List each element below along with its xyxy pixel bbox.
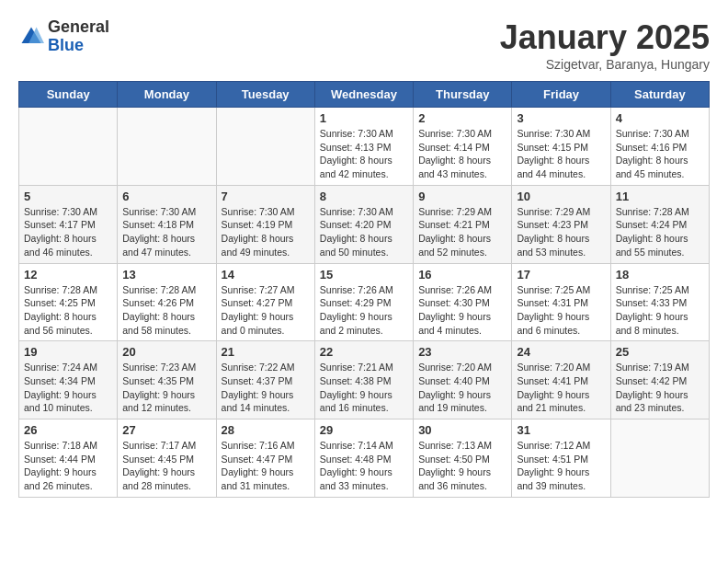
day-info: Sunrise: 7:30 AM Sunset: 4:14 PM Dayligh…	[418, 127, 506, 181]
logo: General Blue	[18, 18, 109, 55]
day-number: 27	[122, 423, 210, 437]
day-info: Sunrise: 7:30 AM Sunset: 4:13 PM Dayligh…	[320, 127, 408, 181]
calendar-cell: 21Sunrise: 7:22 AM Sunset: 4:37 PM Dayli…	[216, 341, 314, 419]
calendar-cell: 13Sunrise: 7:28 AM Sunset: 4:26 PM Dayli…	[118, 263, 216, 341]
day-number: 17	[517, 268, 605, 282]
calendar-cell: 2Sunrise: 7:30 AM Sunset: 4:14 PM Daylig…	[414, 108, 512, 186]
calendar-cell: 28Sunrise: 7:16 AM Sunset: 4:47 PM Dayli…	[216, 419, 314, 498]
calendar-cell: 25Sunrise: 7:19 AM Sunset: 4:42 PM Dayli…	[610, 341, 709, 419]
calendar-body: 1Sunrise: 7:30 AM Sunset: 4:13 PM Daylig…	[19, 108, 710, 498]
day-info: Sunrise: 7:25 AM Sunset: 4:33 PM Dayligh…	[616, 283, 704, 338]
day-info: Sunrise: 7:28 AM Sunset: 4:25 PM Dayligh…	[24, 283, 112, 338]
calendar-cell	[118, 108, 216, 186]
page-header: General Blue January 2025 Szigetvar, Bar…	[18, 18, 710, 72]
weekday-row: SundayMondayTuesdayWednesdayThursdayFrid…	[19, 82, 710, 108]
day-number: 6	[122, 190, 210, 203]
calendar-week: 1Sunrise: 7:30 AM Sunset: 4:13 PM Daylig…	[19, 108, 710, 186]
weekday-header: Saturday	[610, 82, 709, 108]
day-number: 28	[222, 423, 310, 437]
calendar-cell: 19Sunrise: 7:24 AM Sunset: 4:34 PM Dayli…	[19, 341, 118, 419]
day-number: 25	[616, 345, 704, 359]
calendar-header: SundayMondayTuesdayWednesdayThursdayFrid…	[19, 82, 710, 108]
day-number: 7	[222, 190, 310, 203]
calendar-cell: 29Sunrise: 7:14 AM Sunset: 4:48 PM Dayli…	[314, 419, 413, 498]
day-number: 8	[320, 190, 408, 203]
day-number: 5	[24, 190, 112, 203]
day-info: Sunrise: 7:25 AM Sunset: 4:31 PM Dayligh…	[517, 283, 605, 338]
logo-text: General Blue	[48, 18, 109, 55]
day-number: 15	[320, 268, 408, 282]
day-number: 3	[517, 111, 605, 125]
day-number: 26	[24, 423, 112, 437]
day-info: Sunrise: 7:23 AM Sunset: 4:35 PM Dayligh…	[122, 361, 210, 415]
day-number: 13	[122, 268, 210, 282]
day-info: Sunrise: 7:19 AM Sunset: 4:42 PM Dayligh…	[616, 361, 704, 415]
calendar-cell: 6Sunrise: 7:30 AM Sunset: 4:18 PM Daylig…	[118, 185, 216, 263]
calendar-cell: 17Sunrise: 7:25 AM Sunset: 4:31 PM Dayli…	[512, 263, 610, 341]
day-info: Sunrise: 7:26 AM Sunset: 4:29 PM Dayligh…	[320, 283, 408, 338]
calendar-cell: 1Sunrise: 7:30 AM Sunset: 4:13 PM Daylig…	[314, 108, 413, 186]
calendar-cell: 11Sunrise: 7:28 AM Sunset: 4:24 PM Dayli…	[610, 185, 709, 263]
calendar-cell	[216, 108, 314, 186]
day-number: 10	[517, 190, 605, 203]
day-number: 16	[418, 268, 506, 282]
day-info: Sunrise: 7:28 AM Sunset: 4:24 PM Dayligh…	[616, 205, 704, 259]
day-number: 20	[122, 345, 210, 359]
day-number: 4	[616, 111, 704, 125]
day-info: Sunrise: 7:30 AM Sunset: 4:17 PM Dayligh…	[24, 205, 112, 259]
calendar-week: 19Sunrise: 7:24 AM Sunset: 4:34 PM Dayli…	[19, 341, 710, 419]
month-title: January 2025	[500, 18, 710, 57]
weekday-header: Monday	[118, 82, 216, 108]
day-info: Sunrise: 7:29 AM Sunset: 4:23 PM Dayligh…	[517, 205, 605, 259]
calendar-cell: 20Sunrise: 7:23 AM Sunset: 4:35 PM Dayli…	[118, 341, 216, 419]
calendar-week: 5Sunrise: 7:30 AM Sunset: 4:17 PM Daylig…	[19, 185, 710, 263]
calendar-cell: 31Sunrise: 7:12 AM Sunset: 4:51 PM Dayli…	[512, 419, 610, 498]
day-info: Sunrise: 7:26 AM Sunset: 4:30 PM Dayligh…	[418, 283, 506, 338]
weekday-header: Thursday	[414, 82, 512, 108]
calendar-cell: 16Sunrise: 7:26 AM Sunset: 4:30 PM Dayli…	[414, 263, 512, 341]
day-info: Sunrise: 7:14 AM Sunset: 4:48 PM Dayligh…	[320, 439, 408, 493]
logo-line2: Blue	[48, 37, 109, 55]
title-block: January 2025 Szigetvar, Baranya, Hungary	[500, 18, 710, 72]
weekday-header: Friday	[512, 82, 610, 108]
calendar-cell: 27Sunrise: 7:17 AM Sunset: 4:45 PM Dayli…	[118, 419, 216, 498]
day-number: 14	[222, 268, 310, 282]
calendar-cell: 22Sunrise: 7:21 AM Sunset: 4:38 PM Dayli…	[314, 341, 413, 419]
day-info: Sunrise: 7:17 AM Sunset: 4:45 PM Dayligh…	[122, 439, 210, 493]
day-number: 23	[418, 345, 506, 359]
calendar-cell: 7Sunrise: 7:30 AM Sunset: 4:19 PM Daylig…	[216, 185, 314, 263]
day-info: Sunrise: 7:27 AM Sunset: 4:27 PM Dayligh…	[222, 283, 310, 338]
day-number: 2	[418, 111, 506, 125]
day-number: 11	[616, 190, 704, 203]
day-info: Sunrise: 7:30 AM Sunset: 4:19 PM Dayligh…	[222, 205, 310, 259]
day-number: 9	[418, 190, 506, 203]
day-number: 1	[320, 111, 408, 125]
weekday-header: Sunday	[19, 82, 118, 108]
day-number: 29	[320, 423, 408, 437]
day-info: Sunrise: 7:30 AM Sunset: 4:20 PM Dayligh…	[320, 205, 408, 259]
calendar-cell: 14Sunrise: 7:27 AM Sunset: 4:27 PM Dayli…	[216, 263, 314, 341]
weekday-header: Wednesday	[314, 82, 413, 108]
calendar-week: 12Sunrise: 7:28 AM Sunset: 4:25 PM Dayli…	[19, 263, 710, 341]
day-info: Sunrise: 7:16 AM Sunset: 4:47 PM Dayligh…	[222, 439, 310, 493]
location: Szigetvar, Baranya, Hungary	[500, 57, 710, 72]
day-info: Sunrise: 7:20 AM Sunset: 4:41 PM Dayligh…	[517, 361, 605, 415]
day-info: Sunrise: 7:13 AM Sunset: 4:50 PM Dayligh…	[418, 439, 506, 493]
calendar-cell	[19, 108, 118, 186]
logo-icon	[18, 24, 44, 50]
day-info: Sunrise: 7:28 AM Sunset: 4:26 PM Dayligh…	[122, 283, 210, 338]
day-info: Sunrise: 7:29 AM Sunset: 4:21 PM Dayligh…	[418, 205, 506, 259]
calendar-cell: 4Sunrise: 7:30 AM Sunset: 4:16 PM Daylig…	[610, 108, 709, 186]
calendar-cell: 26Sunrise: 7:18 AM Sunset: 4:44 PM Dayli…	[19, 419, 118, 498]
calendar-cell: 23Sunrise: 7:20 AM Sunset: 4:40 PM Dayli…	[414, 341, 512, 419]
day-number: 30	[418, 423, 506, 437]
day-number: 12	[24, 268, 112, 282]
calendar-week: 26Sunrise: 7:18 AM Sunset: 4:44 PM Dayli…	[19, 419, 710, 498]
day-info: Sunrise: 7:30 AM Sunset: 4:16 PM Dayligh…	[616, 127, 704, 181]
day-number: 21	[222, 345, 310, 359]
calendar-cell: 9Sunrise: 7:29 AM Sunset: 4:21 PM Daylig…	[414, 185, 512, 263]
day-info: Sunrise: 7:12 AM Sunset: 4:51 PM Dayligh…	[517, 439, 605, 493]
day-info: Sunrise: 7:24 AM Sunset: 4:34 PM Dayligh…	[24, 361, 112, 415]
calendar-cell	[610, 419, 709, 498]
day-info: Sunrise: 7:18 AM Sunset: 4:44 PM Dayligh…	[24, 439, 112, 493]
